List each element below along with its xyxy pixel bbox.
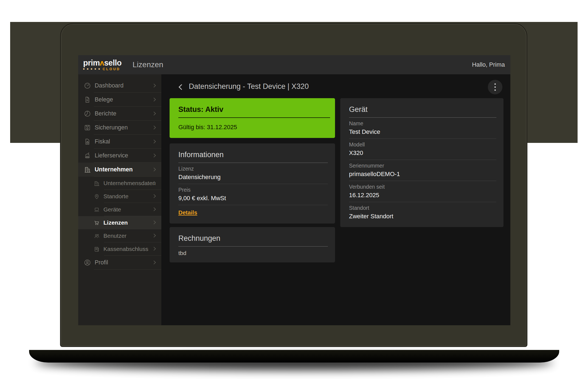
chevron-left-icon [178, 84, 184, 90]
field-value: X320 [349, 149, 496, 157]
field-preis: Preis 9,00 € exkl. MwSt [178, 184, 328, 205]
chevron-right-icon [152, 207, 156, 211]
pie-chart-icon [84, 110, 91, 117]
laptop-base-body [29, 350, 559, 363]
field-label: Name [349, 120, 496, 127]
shopping-cart-icon [94, 220, 100, 226]
sidebar-item-label: Geräte [103, 206, 121, 213]
chevron-right-icon [152, 167, 156, 171]
geraet-card: Gerät Name Test Device Modell X320 Serie… [340, 98, 503, 227]
kebab-menu-button[interactable] [488, 80, 502, 94]
kebab-dot [494, 83, 496, 85]
building-icon [84, 166, 91, 173]
sidebar-item-label: Sicherungen [95, 124, 128, 131]
chevron-right-icon [152, 97, 156, 101]
sidebar-item-label: Benutzer [103, 233, 126, 239]
page-title: Lizenzen [133, 60, 163, 69]
sidebar-item-label: Berichte [95, 110, 116, 117]
sidebar-item-kassenabschluss[interactable]: Kassenabschluss [78, 242, 161, 256]
field-name: Name Test Device [349, 118, 496, 139]
sidebar-item-standorte[interactable]: Standorte [78, 190, 161, 203]
sidebar-item-lieferservice[interactable]: Lieferservice [78, 149, 161, 163]
brand-caret: ʌ [100, 58, 104, 67]
burger-icon [84, 152, 91, 159]
field-label: Preis [178, 187, 328, 193]
sidebar-item-belege[interactable]: Belege [78, 93, 161, 107]
users-icon [94, 233, 100, 239]
chevron-right-icon [152, 153, 156, 157]
field-seriennummer: Seriennummer primaselloDEMO-1 [349, 160, 496, 181]
field-value: primaselloDEMO-1 [349, 171, 496, 178]
brand-subline: CLOUD [83, 67, 118, 71]
field-label: Verbunden seit [349, 184, 496, 190]
sidebar-item-label: Unternehmen [95, 166, 133, 173]
chevron-right-icon [152, 234, 156, 237]
app-header: primʌsello CLOUD Lizenzen Hallo, Prima [78, 55, 510, 74]
status-heading: Status: Aktiv [178, 105, 330, 118]
building-icon [94, 180, 100, 186]
status-card: Status: Aktiv Gültig bis: 31.12.2025 [170, 98, 335, 138]
right-column: Gerät Name Test Device Modell X320 Serie… [340, 98, 503, 227]
left-column: Status: Aktiv Gültig bis: 31.12.2025 Inf… [170, 98, 335, 262]
sidebar-item-fiskal[interactable]: Fiskal [78, 135, 161, 149]
sidebar-item-label: Fiskal [95, 138, 110, 145]
field-value: Zweiter Standort [349, 213, 496, 220]
gauge-icon [84, 82, 91, 89]
laptop-frame: primʌsello CLOUD Lizenzen Hallo, Prima D… [60, 23, 527, 347]
geraet-title: Gerät [349, 98, 496, 118]
informationen-card: Informationen Lizenz Datensicherung Prei… [170, 143, 335, 224]
sidebar-item-label: Lizenzen [103, 219, 128, 226]
field-label: Standort [349, 205, 496, 211]
sidebar-item-label: Unternehmensdaten [103, 180, 156, 186]
rechnungen-title: Rechnungen [178, 227, 328, 247]
chevron-right-icon [152, 194, 156, 198]
field-value: Datensicherung [178, 174, 328, 181]
sidebar-item-benutzer[interactable]: Benutzer [78, 229, 161, 242]
field-lizenz: Lizenz Datensicherung [178, 163, 328, 184]
field-label: Modell [349, 142, 496, 148]
details-link[interactable]: Details [178, 209, 197, 216]
sidebar-item-label: Standorte [103, 193, 128, 200]
brand-wordmark: primʌsello [83, 59, 122, 67]
sidebar-item-lizenzen[interactable]: Lizenzen [78, 216, 161, 229]
sidebar-item-unternehmensdaten[interactable]: Unternehmensdaten [78, 177, 161, 190]
map-pin-icon [94, 193, 100, 200]
status-valid-until: Gültig bis: 31.12.2025 [178, 124, 330, 131]
kebab-dot [494, 89, 496, 91]
field-standort: Standort Zweiter Standort [349, 202, 496, 227]
detail-title: Datensicherung - Test Device | X320 [189, 82, 309, 91]
sidebar-item-dashboard[interactable]: Dashboard [78, 79, 161, 93]
chevron-right-icon [152, 220, 156, 224]
chevron-right-icon [152, 260, 156, 264]
sidebar-item-profil[interactable]: Profil [78, 256, 161, 270]
field-label: Seriennummer [349, 163, 496, 169]
chevron-right-icon [152, 83, 156, 87]
user-greeting: Hallo, Prima [472, 61, 505, 68]
brand-logo[interactable]: primʌsello CLOUD [83, 59, 122, 71]
rechnungen-placeholder: tbd [178, 247, 328, 260]
app-body: Dashboard Belege Berichte Sicherungen [78, 74, 510, 325]
rechnungen-card: Rechnungen tbd [170, 227, 335, 262]
field-verbunden-seit: Verbunden seit 16.12.2025 [349, 181, 496, 202]
back-button[interactable] [176, 82, 185, 92]
field-value: 16.12.2025 [349, 192, 496, 199]
field-modell: Modell X320 [349, 139, 496, 160]
sidebar-item-label: Profil [95, 259, 108, 266]
chevron-right-icon [152, 139, 156, 143]
field-value: 9,00 € exkl. MwSt [178, 195, 328, 202]
document-icon [84, 96, 91, 103]
logo-dots [83, 68, 100, 70]
chevron-right-icon [152, 247, 156, 251]
sidebar-item-label: Kassenabschluss [103, 246, 148, 252]
sidebar-item-geraete[interactable]: Geräte [78, 203, 161, 216]
app-window: primʌsello CLOUD Lizenzen Hallo, Prima D… [78, 55, 510, 325]
floppy-disk-icon [84, 124, 91, 131]
laptop-icon [94, 207, 100, 213]
chevron-right-icon [152, 125, 156, 129]
kebab-dot [494, 86, 496, 88]
sidebar: Dashboard Belege Berichte Sicherungen [78, 74, 161, 325]
brand-subtitle: CLOUD [103, 67, 120, 71]
sidebar-item-berichte[interactable]: Berichte [78, 107, 161, 121]
sidebar-item-sicherungen[interactable]: Sicherungen [78, 121, 161, 135]
sidebar-item-unternehmen[interactable]: Unternehmen [78, 163, 161, 177]
